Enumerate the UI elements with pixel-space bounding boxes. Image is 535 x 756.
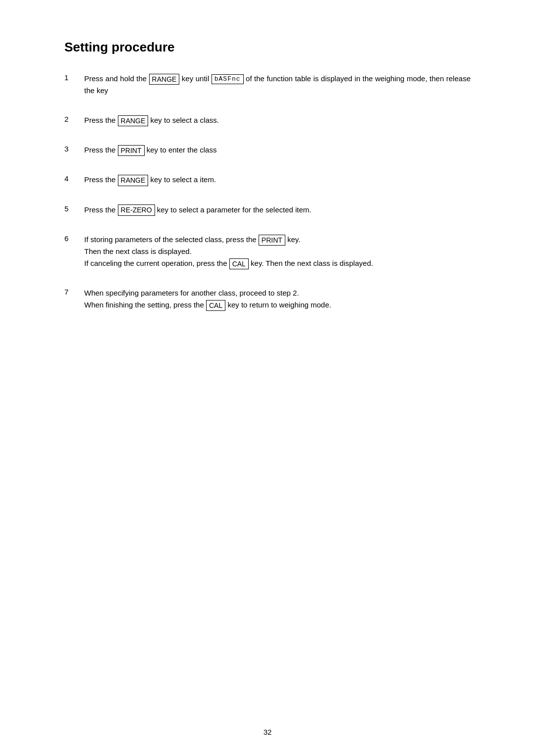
step-number: 7 — [64, 287, 84, 296]
step-number: 1 — [64, 73, 84, 82]
display-key-box: bASFnc — [212, 74, 244, 85]
page-footer: 32 — [64, 718, 471, 756]
step-content: If storing parameters of the selected cl… — [84, 234, 471, 269]
step-content: When specifying parameters for another c… — [84, 287, 471, 311]
list-item: 2Press the RANGE key to select a class. — [64, 114, 471, 126]
step-number: 3 — [64, 144, 84, 153]
page-title: Setting procedure — [64, 40, 471, 55]
key-box: RANGE — [118, 175, 149, 186]
step-content: Press and hold the RANGE key until bASFn… — [84, 73, 471, 97]
list-item: 5Press the RE-ZERO key to select a param… — [64, 204, 471, 216]
list-item: 4Press the RANGE key to select a item. — [64, 174, 471, 186]
step-number: 2 — [64, 114, 84, 123]
list-item: 6If storing parameters of the selected c… — [64, 234, 471, 269]
key-box: PRINT — [118, 145, 145, 156]
step-number: 6 — [64, 234, 84, 243]
step-content: Press the PRINT key to enter the class — [84, 144, 471, 156]
page-number: 32 — [264, 728, 272, 736]
key-box: RANGE — [118, 115, 149, 126]
page-content: Setting procedure 1Press and hold the RA… — [64, 0, 471, 718]
list-item: 7When specifying parameters for another … — [64, 287, 471, 311]
step-content: Press the RANGE key to select a class. — [84, 114, 471, 126]
list-item: 1Press and hold the RANGE key until bASF… — [64, 73, 471, 97]
key-box: RE-ZERO — [118, 204, 155, 215]
steps-list: 1Press and hold the RANGE key until bASF… — [64, 73, 471, 311]
key-box: CAL — [229, 258, 249, 269]
step-content: Press the RANGE key to select a item. — [84, 174, 471, 186]
step-number: 5 — [64, 204, 84, 213]
key-box: RANGE — [149, 74, 180, 85]
key-box: PRINT — [259, 235, 285, 246]
step-number: 4 — [64, 174, 84, 183]
step-content: Press the RE-ZERO key to select a parame… — [84, 204, 471, 216]
key-box: CAL — [206, 300, 225, 311]
list-item: 3Press the PRINT key to enter the class — [64, 144, 471, 156]
